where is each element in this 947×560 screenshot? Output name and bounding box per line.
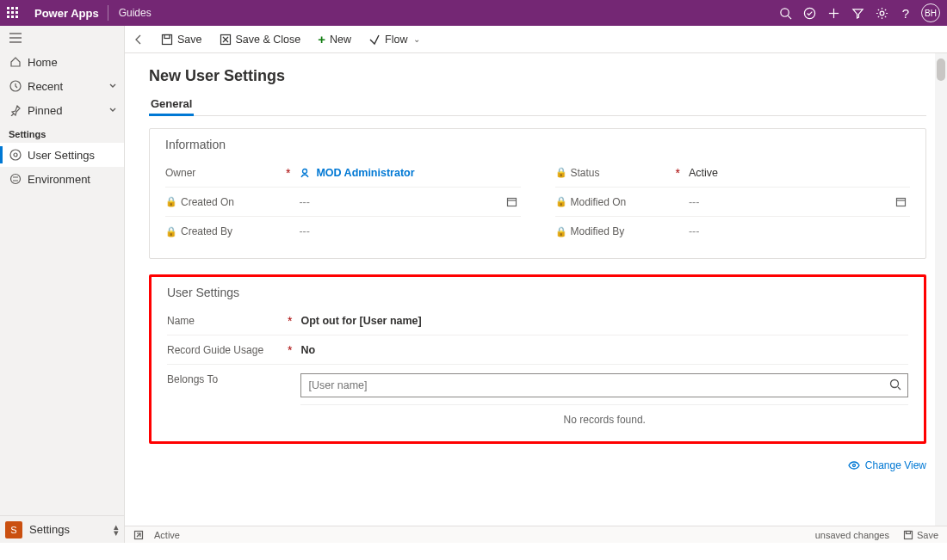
- save-close-button[interactable]: Save & Close: [211, 26, 310, 53]
- scrollbar-thumb[interactable]: [937, 58, 945, 81]
- label-owner: Owner: [165, 167, 277, 179]
- user-avatar[interactable]: BH: [921, 3, 940, 22]
- belongs-to-lookup[interactable]: [300, 373, 908, 397]
- back-button[interactable]: [125, 34, 152, 46]
- chevron-down-icon: ⌄: [413, 34, 420, 44]
- label-record-guide-usage: Record Guide Usage: [167, 344, 279, 356]
- sidebar-label-pinned: Pinned: [24, 104, 108, 117]
- svg-rect-6: [7, 15, 9, 18]
- svg-line-10: [788, 15, 791, 19]
- svg-point-9: [780, 8, 788, 15]
- help-icon[interactable]: ?: [894, 0, 918, 26]
- svg-rect-35: [906, 531, 910, 533]
- required-indicator: *: [277, 166, 299, 180]
- save-button[interactable]: Save: [152, 26, 211, 53]
- sidebar-item-home[interactable]: Home: [0, 50, 124, 74]
- lock-icon: 🔒: [555, 167, 567, 178]
- command-bar: Save Save & Close + New Flow ⌄: [125, 26, 947, 53]
- svg-point-30: [891, 380, 899, 388]
- section-user-settings: User Settings Name * Opt out for [User n…: [149, 274, 926, 444]
- owner-value: MOD Administrator: [316, 167, 414, 179]
- chevron-down-icon: [108, 82, 117, 90]
- task-icon[interactable]: [797, 0, 821, 26]
- flow-label: Flow: [385, 34, 407, 46]
- sidebar-item-user-settings[interactable]: User Settings: [0, 143, 124, 167]
- sidebar-label-user-settings: User Settings: [24, 149, 117, 162]
- required-indicator: *: [667, 166, 689, 180]
- created-on-value: ---: [299, 196, 310, 208]
- search-icon[interactable]: [889, 378, 901, 391]
- new-label: New: [330, 34, 351, 46]
- belongs-to-input[interactable]: [300, 373, 908, 397]
- header-area[interactable]: Guides: [108, 7, 162, 19]
- area-tile: S: [5, 521, 22, 538]
- settings-small-icon: [9, 149, 22, 161]
- change-view-link[interactable]: Change View: [848, 459, 926, 471]
- flow-icon: [368, 34, 381, 46]
- sidebar-item-environment[interactable]: Environment: [0, 167, 124, 191]
- svg-line-31: [898, 387, 901, 390]
- svg-rect-2: [15, 7, 18, 9]
- app-name: Power Apps: [26, 7, 108, 20]
- search-icon[interactable]: [773, 0, 797, 26]
- svg-rect-1: [11, 7, 14, 9]
- save-label: Save: [177, 34, 202, 46]
- label-name: Name: [167, 315, 279, 327]
- sidebar-item-pinned[interactable]: Pinned: [0, 98, 124, 122]
- flow-button[interactable]: Flow ⌄: [360, 26, 429, 53]
- sidebar-item-recent[interactable]: Recent: [0, 74, 124, 98]
- open-in-new-icon[interactable]: [133, 530, 144, 540]
- hamburger-icon: [9, 33, 22, 43]
- svg-point-21: [11, 175, 21, 184]
- page-title: New User Settings: [149, 67, 926, 85]
- add-icon[interactable]: [821, 0, 845, 26]
- tab-general[interactable]: General: [149, 94, 194, 116]
- field-name[interactable]: Name * Opt out for [User name]: [167, 306, 908, 335]
- section-title-user-settings: User Settings: [167, 286, 908, 299]
- status-value: Active: [154, 530, 180, 540]
- label-created-by: Created By: [181, 225, 232, 237]
- field-owner[interactable]: Owner * MOD Administrator: [165, 158, 521, 188]
- required-indicator: *: [279, 314, 300, 328]
- calendar-icon: [506, 196, 521, 207]
- new-button[interactable]: + New: [309, 26, 360, 53]
- pin-icon: [9, 104, 22, 116]
- filter-icon[interactable]: [845, 0, 870, 26]
- calendar-icon: [895, 196, 910, 207]
- label-modified-by: Modified By: [571, 225, 625, 237]
- svg-rect-34: [904, 531, 912, 538]
- no-records-message: No records found.: [300, 404, 908, 429]
- main: Save Save & Close + New Flow ⌄ New User …: [125, 26, 947, 543]
- name-value: Opt out for [User name]: [300, 315, 421, 327]
- svg-rect-28: [897, 199, 906, 206]
- label-modified-on: Modified On: [571, 196, 627, 208]
- field-modified-by: 🔒Modified By * ---: [555, 217, 911, 246]
- svg-rect-23: [164, 34, 170, 38]
- svg-rect-5: [15, 11, 18, 14]
- sidebar-label-recent: Recent: [24, 80, 108, 93]
- area-switcher[interactable]: S Settings ▴▾: [0, 515, 124, 543]
- label-status: Status: [571, 167, 600, 179]
- sidebar-section-label: Settings: [0, 122, 124, 143]
- settings-icon[interactable]: [870, 0, 894, 26]
- vertical-scrollbar[interactable]: [935, 53, 947, 526]
- svg-point-20: [10, 150, 21, 160]
- field-record-guide-usage[interactable]: Record Guide Usage * No: [167, 335, 908, 365]
- tab-bar: General: [149, 94, 926, 116]
- plus-icon: +: [318, 32, 325, 46]
- field-status[interactable]: 🔒Status * Active: [555, 158, 911, 188]
- svg-point-14: [880, 11, 884, 15]
- waffle-icon: [7, 7, 19, 19]
- sidebar-toggle[interactable]: [0, 26, 124, 50]
- field-created-by: 🔒Created By * ---: [165, 217, 521, 246]
- footer-save-button[interactable]: Save: [903, 530, 938, 540]
- lock-icon: 🔒: [165, 196, 177, 207]
- form-content: New User Settings General Information Ow…: [125, 53, 947, 526]
- app-launcher[interactable]: [0, 7, 26, 19]
- save-icon: [161, 34, 173, 46]
- svg-rect-3: [7, 11, 9, 14]
- lock-icon: 🔒: [555, 196, 567, 207]
- save-close-label: Save & Close: [236, 34, 301, 46]
- status-bar: Active unsaved changes Save: [125, 526, 947, 543]
- required-indicator: *: [279, 343, 300, 357]
